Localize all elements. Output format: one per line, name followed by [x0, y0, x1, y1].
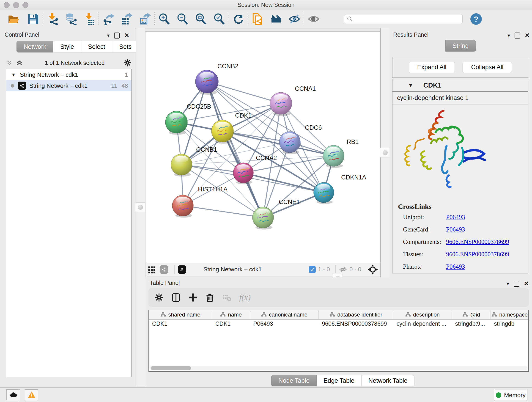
network-status-dot — [11, 84, 14, 88]
protein-card-header[interactable]: ▼ CDK1 — [393, 79, 528, 92]
hide-selected-button[interactable] — [288, 12, 301, 26]
help-button[interactable]: ? — [470, 13, 482, 25]
network-row-selected[interactable]: String Network – cdk1 11 48 — [6, 80, 131, 91]
column-header[interactable]: namespace — [491, 310, 528, 319]
tab-network[interactable]: Network — [17, 41, 53, 52]
tab-sets[interactable]: Sets — [112, 41, 139, 52]
zoom-selected-button[interactable] — [213, 12, 226, 26]
birdseye-view-button[interactable] — [178, 265, 186, 274]
home-button[interactable] — [269, 12, 283, 26]
cell-description[interactable]: cyclin-dependent ... — [393, 319, 452, 328]
pan-crosshair-icon[interactable] — [368, 264, 378, 274]
search-input[interactable] — [344, 14, 462, 24]
export-image-button[interactable] — [138, 12, 152, 26]
control-panel-float-button[interactable] — [114, 32, 120, 38]
network-options-gear-icon[interactable] — [123, 59, 132, 67]
table-row[interactable]: CDK1 CDK1 P06493 9606.ENSP00000378699 cy… — [149, 319, 528, 328]
table-panel-menu-caret-icon[interactable]: ▾ — [507, 281, 509, 287]
graph-node-RB1[interactable]: RB1 — [323, 138, 359, 168]
left-panel-splitter[interactable] — [136, 28, 145, 386]
crosslink-genecard-link[interactable]: P06493 — [446, 226, 465, 233]
network-view-type-icon[interactable] — [160, 265, 168, 274]
tab-edge-table[interactable]: Edge Table — [317, 375, 361, 386]
column-header[interactable]: @id — [452, 310, 491, 319]
column-header[interactable]: database identifier — [319, 310, 393, 319]
warnings-button[interactable] — [25, 389, 38, 400]
tab-select[interactable]: Select — [81, 41, 112, 52]
expand-all-button[interactable]: Expand All — [409, 62, 455, 73]
zoom-out-button[interactable] — [176, 12, 189, 26]
cloud-status-button[interactable] — [6, 389, 20, 400]
crosslink-compartments-link[interactable]: 9606.ENSP00000378699 — [446, 238, 509, 245]
tab-node-table[interactable]: Node Table — [271, 375, 317, 386]
save-session-button[interactable] — [27, 12, 40, 26]
results-panel-close-button[interactable]: ✕ — [525, 32, 530, 39]
expand-all-icon[interactable] — [16, 59, 23, 66]
network-collection-row[interactable]: ▼ String Network – cdk1 1 — [6, 69, 131, 80]
results-panel-splitter[interactable] — [380, 28, 390, 278]
zoom-in-button[interactable] — [158, 12, 171, 26]
graph-node-CCNE1[interactable]: CCNE1 — [253, 198, 300, 230]
control-panel-title: Control Panel — [5, 32, 39, 38]
import-network-file-button[interactable] — [46, 12, 59, 26]
graph-node-CCNA1[interactable]: CCNA1 — [270, 85, 316, 116]
left-splitter-grip[interactable] — [135, 202, 146, 212]
protein-card-collapse-triangle-icon[interactable]: ▼ — [408, 82, 413, 89]
network-graph[interactable]: CCNB2CCNA1CDC25BCDK1CDC6RB1CCNB1CCNA2CDK… — [146, 32, 380, 263]
graph-node-HIST1H1A[interactable]: HIST1H1A — [172, 186, 228, 217]
crosslink-tissues-link[interactable]: 9606.ENSP00000378699 — [446, 251, 509, 258]
tab-string-results[interactable]: String — [445, 40, 476, 51]
graph-node-CCNB1[interactable]: CCNB1 — [171, 146, 217, 177]
duplicate-network-button[interactable] — [251, 12, 264, 26]
cell-name[interactable]: CDK1 — [212, 319, 250, 328]
open-file-button[interactable] — [7, 12, 20, 26]
crosslink-pharos-link[interactable]: P06493 — [446, 263, 465, 270]
tab-style[interactable]: Style — [53, 41, 81, 52]
control-panel-menu-caret-icon[interactable]: ▾ — [107, 32, 109, 38]
show-columns-icon[interactable] — [171, 293, 181, 302]
table-horizontal-scrollbar[interactable] — [150, 366, 527, 370]
graph-node-label: CDK1 — [235, 112, 252, 119]
table-options-gear-icon[interactable] — [154, 293, 164, 302]
collapse-all-icon[interactable] — [6, 59, 13, 66]
results-panel-menu-caret-icon[interactable]: ▾ — [507, 32, 510, 38]
collection-expand-triangle-icon[interactable]: ▼ — [11, 72, 16, 77]
delete-column-icon[interactable] — [205, 293, 215, 302]
column-header[interactable]: canonical name — [250, 310, 319, 319]
graph-node-CDC25B[interactable]: CDC25B — [165, 103, 211, 135]
network-canvas[interactable]: CCNB2CCNA1CDC25BCDK1CDC6RB1CCNB1CCNA2CDK… — [145, 32, 380, 263]
zoom-fit-button[interactable] — [194, 12, 208, 26]
refresh-layout-button[interactable] — [232, 12, 245, 26]
graph-node-CDKN1A[interactable]: CDKN1A — [314, 174, 366, 204]
column-header[interactable]: name — [212, 310, 250, 319]
tab-network-table[interactable]: Network Table — [361, 375, 415, 386]
cell-shared-name[interactable]: CDK1 — [149, 319, 212, 328]
control-panel-close-button[interactable]: ✕ — [124, 32, 129, 39]
table-panel-close-button[interactable]: ✕ — [524, 280, 529, 287]
selected-items-checkbox[interactable] — [309, 266, 316, 273]
table-panel-float-button[interactable] — [514, 281, 519, 287]
memory-button[interactable]: Memory — [494, 390, 527, 400]
add-column-icon[interactable] — [188, 293, 197, 302]
show-all-button[interactable] — [307, 12, 320, 26]
grid-view-icon[interactable] — [148, 265, 156, 274]
results-panel-float-button[interactable] — [515, 32, 520, 38]
export-network-button[interactable] — [102, 12, 115, 26]
scrollbar-thumb[interactable] — [151, 366, 191, 370]
graph-node-CDC6[interactable]: CDC6 — [279, 124, 322, 154]
collapse-all-button[interactable]: Collapse All — [462, 62, 512, 73]
right-splitter-grip[interactable] — [380, 148, 390, 157]
column-header[interactable]: description — [393, 310, 452, 319]
crosslink-label: GeneCard: — [403, 226, 446, 233]
cell-canonical-name[interactable]: P06493 — [250, 319, 319, 328]
cell-database-identifier[interactable]: 9606.ENSP00000378699 — [319, 319, 393, 328]
crosslink-uniprot-link[interactable]: P06493 — [446, 214, 465, 221]
column-header[interactable]: shared name — [149, 310, 212, 319]
cell-namespace[interactable]: stringdb — [491, 319, 528, 328]
graph-node-CCNB2[interactable]: CCNB2 — [196, 63, 239, 95]
export-table-button[interactable] — [120, 12, 133, 26]
import-table-button[interactable] — [82, 12, 96, 26]
cell-id[interactable]: stringdb:9... — [452, 319, 491, 328]
import-network-database-button[interactable] — [64, 12, 77, 26]
column-type-icon — [160, 312, 166, 317]
